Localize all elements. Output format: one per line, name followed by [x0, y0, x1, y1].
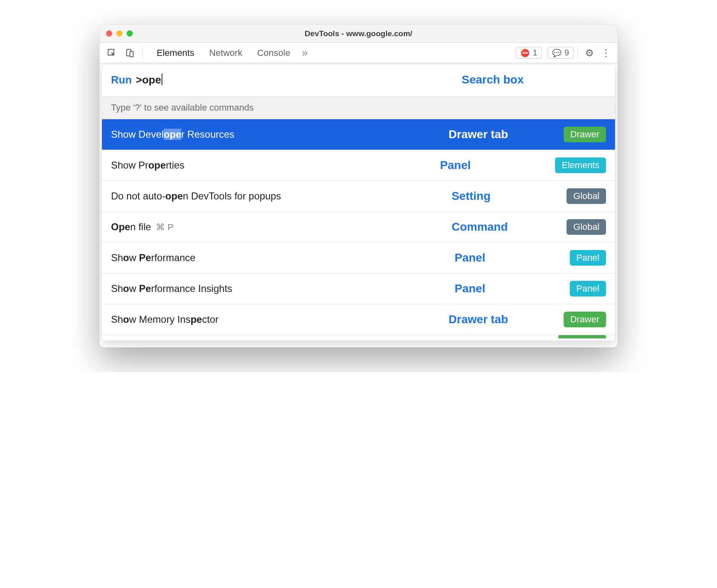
device-icon	[125, 48, 135, 58]
command-result-label: Show Developer Resources	[111, 129, 440, 140]
annotation-action-type: Panel	[455, 282, 562, 295]
command-result-badge: Panel	[570, 250, 606, 266]
command-result-item[interactable]: Show Performance InsightsPanelPanel	[102, 273, 615, 304]
message-icon: 💬	[552, 49, 561, 57]
inspect-element-button[interactable]	[104, 45, 120, 61]
inspect-icon	[107, 48, 117, 58]
more-options-button[interactable]: ⋮	[599, 47, 613, 59]
messages-chip[interactable]: 💬 9	[548, 47, 574, 59]
command-search-input[interactable]: ope	[142, 74, 162, 86]
annotation-action-type: Drawer tab	[449, 313, 555, 326]
command-result-item[interactable]: Open file⌘ PCommandGlobal	[102, 212, 615, 243]
tab-elements[interactable]: Elements	[157, 48, 194, 58]
toggle-device-toolbar-button[interactable]	[122, 45, 138, 61]
kebab-icon: ⋮	[601, 47, 611, 58]
overflow-peek	[102, 335, 615, 341]
command-result-item[interactable]: Do not auto-open DevTools for popupsSett…	[102, 181, 615, 212]
command-results-list: Show Developer ResourcesDrawer tabDrawer…	[102, 119, 615, 335]
command-result-badge: Global	[567, 219, 606, 235]
annotation-action-type: Drawer tab	[449, 128, 555, 141]
annotation-search-box: Search box	[462, 73, 606, 86]
settings-button[interactable]: ⚙	[582, 47, 597, 59]
command-prefix: Run	[111, 74, 132, 86]
panel-tabs: Elements Network Console	[147, 48, 290, 58]
errors-chip[interactable]: ⛔ 1	[516, 47, 542, 59]
zoom-window-button[interactable]	[127, 30, 133, 37]
messages-count: 9	[564, 48, 569, 58]
command-result-label: Do not auto-open DevTools for popups	[111, 190, 443, 202]
command-hint: Type '?' to see available commands	[102, 96, 615, 119]
annotation-action-type: Setting	[451, 190, 558, 203]
window-controls	[99, 30, 133, 37]
toolbar-separator	[142, 47, 143, 59]
command-result-label: Show Performance Insights	[111, 283, 446, 294]
minimize-window-button[interactable]	[116, 30, 123, 37]
command-result-badge: Panel	[570, 281, 606, 296]
command-result-item[interactable]: Show Developer ResourcesDrawer tabDrawer	[102, 119, 615, 150]
toolbar-separator	[578, 47, 578, 59]
command-shortcut: ⌘ P	[156, 222, 173, 232]
command-result-item[interactable]: Show PerformancePanelPanel	[102, 243, 615, 273]
command-result-item[interactable]: Show Memory InspectorDrawer tabDrawer	[102, 304, 615, 335]
window-title: DevTools - www.google.com/	[99, 29, 618, 38]
annotation-action-type: Panel	[440, 159, 547, 172]
command-menu: Run > ope Search box Type '?' to see ava…	[102, 65, 615, 341]
close-window-button[interactable]	[106, 30, 112, 37]
command-result-label: Show Performance	[111, 252, 446, 264]
devtools-window: DevTools - www.google.com/ Elements Netw…	[99, 25, 618, 347]
annotation-action-type: Command	[451, 220, 558, 234]
command-prompt-symbol: >	[136, 74, 142, 86]
tab-console[interactable]: Console	[257, 48, 290, 58]
command-result-badge: Global	[567, 188, 606, 204]
more-tabs-button[interactable]: »	[292, 46, 317, 59]
command-result-item[interactable]: Show PropertiesPanelElements	[102, 150, 615, 181]
error-icon: ⛔	[520, 49, 530, 57]
svg-rect-2	[130, 51, 133, 57]
gear-icon: ⚙	[585, 47, 594, 58]
devtools-toolbar: Elements Network Console » ⛔ 1 💬 9 ⚙ ⋮	[99, 43, 618, 63]
command-result-badge: Drawer	[564, 127, 606, 142]
command-search-row[interactable]: Run > ope Search box	[102, 65, 615, 96]
command-result-badge: Elements	[555, 157, 606, 173]
tab-network[interactable]: Network	[209, 48, 243, 58]
command-result-label: Open file⌘ P	[111, 221, 443, 233]
errors-count: 1	[533, 48, 537, 58]
command-result-label: Show Properties	[111, 160, 432, 171]
titlebar: DevTools - www.google.com/	[99, 25, 618, 43]
command-result-label: Show Memory Inspector	[111, 314, 440, 325]
command-result-badge: Drawer	[564, 312, 606, 327]
annotation-action-type: Panel	[455, 251, 562, 264]
